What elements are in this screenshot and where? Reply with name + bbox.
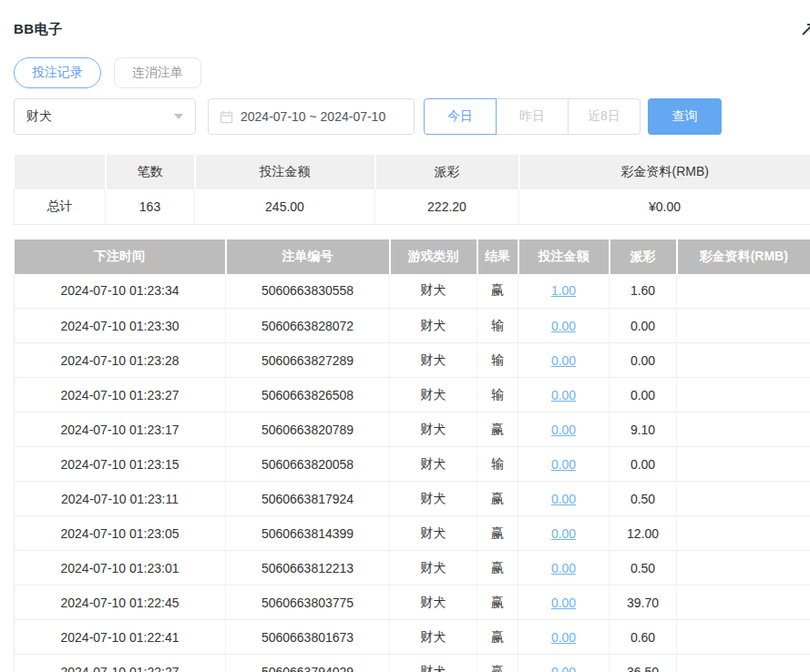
bet-amount-link[interactable]: 0.00 bbox=[551, 596, 576, 610]
tab-cancelled-orders[interactable]: 连消注单 bbox=[114, 57, 201, 88]
bet-amount-cell: 0.00 bbox=[518, 655, 610, 672]
summary-total-bonus: ¥0.00 bbox=[519, 189, 810, 224]
order-id: 5060663817924 bbox=[226, 482, 390, 516]
payout-value: 9.10 bbox=[610, 412, 677, 447]
bonus-value bbox=[677, 620, 810, 655]
order-id: 5060663812213 bbox=[226, 551, 390, 585]
tab-bet-records[interactable]: 投注记录 bbox=[14, 57, 101, 88]
order-id: 5060663794029 bbox=[226, 655, 390, 672]
page-title: BB电子 bbox=[14, 21, 810, 38]
bonus-value bbox=[677, 378, 810, 412]
summary-header-payout: 派彩 bbox=[375, 155, 519, 189]
order-id: 5060663826508 bbox=[226, 378, 390, 412]
bet-amount-link[interactable]: 1.00 bbox=[551, 283, 576, 298]
bet-result: 输 bbox=[477, 447, 518, 482]
bet-amount-link[interactable]: 0.00 bbox=[551, 665, 576, 672]
bet-time: 2024-07-10 01:22:27 bbox=[15, 655, 226, 672]
bet-amount-cell: 0.00 bbox=[518, 412, 610, 447]
order-id: 5060663814399 bbox=[226, 516, 390, 551]
game-type: 财犬 bbox=[390, 516, 477, 551]
bet-result: 赢 bbox=[477, 482, 518, 516]
bet-amount-link[interactable]: 0.00 bbox=[551, 423, 576, 437]
date-range-input[interactable]: 2024-07-10 ~ 2024-07-10 bbox=[208, 98, 415, 135]
chevron-down-icon bbox=[174, 114, 183, 119]
header-bonus: 彩金资料(RMB) bbox=[677, 239, 810, 274]
bet-amount-link[interactable]: 0.00 bbox=[551, 630, 576, 645]
payout-value: 0.50 bbox=[610, 482, 677, 516]
table-row: 2024-07-10 01:23:01 5060663812213 财犬 赢 0… bbox=[15, 551, 810, 585]
bet-amount-link[interactable]: 0.00 bbox=[551, 561, 576, 575]
date-range-value: 2024-07-10 ~ 2024-07-10 bbox=[241, 109, 385, 124]
summary-total-payout: 222.20 bbox=[375, 189, 519, 224]
bet-time: 2024-07-10 01:23:01 bbox=[15, 551, 226, 585]
table-row: 2024-07-10 01:23:11 5060663817924 财犬 赢 0… bbox=[15, 482, 810, 516]
bonus-value bbox=[677, 551, 810, 585]
filter-bar: 财犬 2024-07-10 ~ 2024-07-10 今日 昨日 近8日 查询 bbox=[14, 98, 810, 135]
bonus-value bbox=[677, 309, 810, 343]
today-button[interactable]: 今日 bbox=[424, 98, 497, 135]
summary-header-count: 笔数 bbox=[106, 155, 195, 189]
header-order-id: 注单编号 bbox=[226, 239, 390, 274]
summary-total-count: 163 bbox=[106, 189, 195, 224]
bet-amount-cell: 0.00 bbox=[518, 516, 610, 551]
payout-value: 0.00 bbox=[610, 343, 677, 378]
bet-result: 赢 bbox=[477, 655, 518, 672]
payout-value: 0.00 bbox=[610, 447, 677, 482]
payout-value: 36.50 bbox=[610, 655, 677, 672]
order-id: 5060663820058 bbox=[226, 447, 390, 482]
bonus-value bbox=[677, 412, 810, 447]
bet-amount-link[interactable]: 0.00 bbox=[551, 353, 576, 368]
bet-amount-cell: 0.00 bbox=[518, 343, 610, 378]
table-row: 2024-07-10 01:22:41 5060663801673 财犬 赢 0… bbox=[15, 620, 810, 655]
bet-result: 输 bbox=[477, 309, 518, 343]
game-select[interactable]: 财犬 bbox=[14, 98, 196, 135]
bonus-value bbox=[677, 447, 810, 482]
game-type: 财犬 bbox=[390, 482, 477, 516]
bet-amount-cell: 0.00 bbox=[518, 482, 610, 516]
calendar-icon bbox=[220, 110, 233, 124]
payout-value: 1.60 bbox=[610, 274, 677, 309]
order-id: 5060663801673 bbox=[226, 620, 390, 655]
table-row: 2024-07-10 01:23:34 5060663830558 财犬 赢 1… bbox=[15, 274, 810, 309]
bonus-value bbox=[677, 343, 810, 378]
game-type: 财犬 bbox=[390, 585, 477, 620]
bonus-value bbox=[677, 482, 810, 516]
payout-value: 12.00 bbox=[610, 516, 677, 551]
bet-result: 赢 bbox=[477, 412, 518, 447]
summary-header-bonus: 彩金资料(RMB) bbox=[519, 155, 810, 189]
game-type: 财犬 bbox=[390, 274, 477, 309]
corner-arrow-icon[interactable] bbox=[801, 22, 810, 36]
bet-amount-link[interactable]: 0.00 bbox=[551, 319, 576, 333]
game-type: 财犬 bbox=[390, 620, 477, 655]
yesterday-button[interactable]: 昨日 bbox=[496, 98, 569, 135]
bet-amount-link[interactable]: 0.00 bbox=[551, 492, 576, 506]
bet-time: 2024-07-10 01:23:11 bbox=[15, 482, 226, 516]
bet-amount-link[interactable]: 0.00 bbox=[551, 526, 576, 541]
payout-value: 0.50 bbox=[610, 551, 677, 585]
payout-value: 0.60 bbox=[610, 620, 677, 655]
summary-total-bet-amount: 245.00 bbox=[195, 189, 375, 224]
game-type: 财犬 bbox=[390, 551, 477, 585]
bet-time: 2024-07-10 01:22:41 bbox=[15, 620, 226, 655]
bet-amount-cell: 0.00 bbox=[518, 309, 610, 343]
bet-amount-cell: 0.00 bbox=[518, 585, 610, 620]
summary-table: 笔数 投注金额 派彩 彩金资料(RMB) 总计 163 245.00 222.2… bbox=[14, 155, 810, 225]
bet-amount-link[interactable]: 0.00 bbox=[551, 388, 576, 402]
order-id: 5060663827289 bbox=[226, 343, 390, 378]
bet-amount-link[interactable]: 0.00 bbox=[551, 457, 576, 472]
summary-total-row: 总计 163 245.00 222.20 ¥0.00 bbox=[15, 189, 810, 224]
bonus-value bbox=[677, 274, 810, 309]
bet-result: 输 bbox=[477, 378, 518, 412]
bet-table-header-row: 下注时间 注单编号 游戏类别 结果 投注金额 派彩 彩金资料(RMB) bbox=[15, 239, 810, 274]
table-row: 2024-07-10 01:23:15 5060663820058 财犬 输 0… bbox=[15, 447, 810, 482]
game-type: 财犬 bbox=[390, 412, 477, 447]
last-8-days-button[interactable]: 近8日 bbox=[568, 98, 641, 135]
table-row: 2024-07-10 01:22:27 5060663794029 财犬 赢 0… bbox=[15, 655, 810, 672]
bet-amount-cell: 0.00 bbox=[518, 378, 610, 412]
bonus-value bbox=[677, 655, 810, 672]
order-id: 5060663803775 bbox=[226, 585, 390, 620]
search-button[interactable]: 查询 bbox=[648, 98, 722, 135]
summary-header-bet-amount: 投注金额 bbox=[195, 155, 375, 189]
header-bet-time: 下注时间 bbox=[15, 239, 226, 274]
table-row: 2024-07-10 01:23:05 5060663814399 财犬 赢 0… bbox=[15, 516, 810, 551]
